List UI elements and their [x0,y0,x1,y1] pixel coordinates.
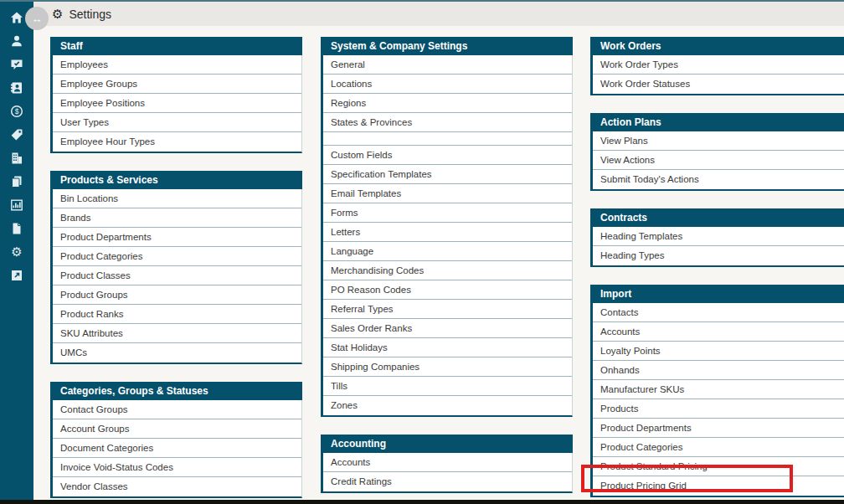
settings-link-accounts[interactable]: Accounts [323,453,572,472]
files-icon[interactable] [9,221,24,236]
settings-link-submit-today-s-actions[interactable]: Submit Today's Actions [593,170,844,189]
sidebar-nav: $⚙ [0,0,33,504]
settings-link-locations[interactable]: Locations [323,75,572,94]
settings-link-product-categories[interactable]: Product Categories [53,247,301,266]
settings-link-po-reason-codes[interactable]: PO Reason Codes [323,280,572,300]
messages-icon[interactable] [9,57,24,72]
launch-icon[interactable] [9,268,24,283]
settings-link-regions[interactable]: Regions [323,94,572,113]
contacts-icon[interactable] [9,80,24,95]
section-products-services: Products & ServicesBin LocationsBrandsPr… [50,171,302,364]
settings-link-work-order-types[interactable]: Work Order Types [593,55,844,75]
reports-icon[interactable] [9,198,24,213]
settings-link-specification-templates[interactable]: Specification Templates [323,165,572,184]
settings-content: StaffEmployeesEmployee GroupsEmployee Po… [33,26,844,504]
section-header: Categories, Groups & Statuses [53,382,302,400]
home-icon[interactable] [9,10,24,25]
gear-icon: ⚙ [52,8,63,20]
tags-icon[interactable] [9,127,24,142]
section-categories-groups-statuses: Categories, Groups & StatusesContact Gro… [50,382,302,498]
left-right-arrows-icon: ↔ [32,13,43,25]
section-accounting: AccountingAccountsCredit Ratings [321,435,573,493]
settings-link-loyalty-points[interactable]: Loyalty Points [593,342,844,361]
settings-link-employee-groups[interactable]: Employee Groups [53,75,301,94]
settings-link-product-classes[interactable]: Product Classes [53,266,301,285]
section-staff: StaffEmployeesEmployee GroupsEmployee Po… [50,37,302,153]
settings-link-heading-templates[interactable]: Heading Templates [593,227,844,246]
settings-link-products[interactable]: Products [593,399,844,419]
settings-link-vendor-classes[interactable]: Vendor Classes [53,477,301,496]
settings-link-product-categories[interactable]: Product Categories [593,438,844,457]
settings-link-language[interactable]: Language [323,242,572,261]
settings-link-view-actions[interactable]: View Actions [593,151,844,170]
billing-icon[interactable]: $ [9,104,24,119]
section-header: Work Orders [593,37,844,55]
column-2: System & Company SettingsGeneralLocation… [321,37,573,504]
settings-link-view-plans[interactable]: View Plans [593,131,844,151]
section-work-orders: Work OrdersWork Order TypesWork Order St… [590,37,844,95]
company-icon[interactable] [9,151,24,166]
settings-link-zones[interactable]: Zones [323,396,572,415]
documents-icon[interactable] [9,174,24,189]
settings-link-product-standard-pricing[interactable]: Product Standard Pricing [593,457,844,476]
column-1: StaffEmployeesEmployee GroupsEmployee Po… [50,37,302,504]
section-header: Import [593,285,844,303]
svg-text:$: $ [15,107,19,116]
section-contracts: ContractsHeading TemplatesHeading Types [590,208,844,267]
settings-link-employee-positions[interactable]: Employee Positions [53,94,301,113]
section-header: System & Company Settings [323,37,573,55]
section-header: Products & Services [53,171,302,189]
settings-link-bin-locations[interactable]: Bin Locations [53,189,301,208]
sidebar-toggle-button[interactable]: ↔ [25,7,49,30]
section-system-company-settings: System & Company SettingsGeneralLocation… [321,37,573,417]
settings-link-email-templates[interactable]: Email Templates [323,184,572,203]
settings-link-work-order-statuses[interactable]: Work Order Statuses [593,75,844,94]
column-3: Work OrdersWork Order TypesWork Order St… [590,37,844,504]
settings-link-shipping-companies[interactable]: Shipping Companies [323,357,572,377]
settings-link-contact-groups[interactable]: Contact Groups [53,400,301,419]
settings-link-account-groups[interactable]: Account Groups [53,419,301,439]
settings-link-accounts[interactable]: Accounts [593,322,844,342]
settings-link-umcs[interactable]: UMCs [53,343,301,363]
settings-link-product-departments[interactable]: Product Departments [53,228,301,247]
settings-link-custom-fields[interactable]: Custom Fields [323,146,572,165]
settings-link-letters[interactable]: Letters [323,223,572,242]
settings-link-contacts[interactable]: Contacts [593,303,844,322]
top-accent-line [0,0,844,2]
settings-link-sku-attributes[interactable]: SKU Attributes [53,324,301,343]
customers-icon[interactable] [9,33,24,49]
settings-link-merchandising-codes[interactable]: Merchandising Codes [323,261,572,280]
section-header: Action Plans [593,113,844,131]
settings-link-manufacturer-skus[interactable]: Manufacturer SKUs [593,380,844,399]
empty-row [323,132,572,146]
settings-link-credit-ratings[interactable]: Credit Ratings [323,472,572,491]
section-header: Accounting [323,435,573,453]
settings-link-heading-types[interactable]: Heading Types [593,246,844,265]
settings-link-states-provinces[interactable]: States & Provinces [323,113,572,132]
settings-link-employee-hour-types[interactable]: Employee Hour Types [53,132,301,152]
settings-link-tills[interactable]: Tills [323,377,572,396]
settings-link-general[interactable]: General [323,55,572,75]
section-action-plans: Action PlansView PlansView ActionsSubmit… [590,113,844,191]
bottom-edge-strip [0,500,844,504]
settings-link-referral-types[interactable]: Referral Types [323,300,572,319]
settings-icon[interactable]: ⚙ [9,244,24,260]
settings-link-employees[interactable]: Employees [53,55,301,75]
section-import: ImportContactsAccountsLoyalty PointsOnha… [590,285,844,497]
settings-link-brands[interactable]: Brands [53,208,301,228]
section-header: Contracts [593,208,844,227]
section-header: Staff [53,37,302,55]
settings-link-product-pricing-grid[interactable]: Product Pricing Grid [593,476,844,496]
app-header: ⚙ Settings [33,2,844,26]
settings-link-user-types[interactable]: User Types [53,113,301,132]
settings-link-invoice-void-status-codes[interactable]: Invoice Void-Status Codes [53,458,301,477]
settings-link-product-departments[interactable]: Product Departments [593,419,844,438]
settings-link-stat-holidays[interactable]: Stat Holidays [323,338,572,357]
settings-link-product-groups[interactable]: Product Groups [53,285,301,305]
settings-link-product-ranks[interactable]: Product Ranks [53,305,301,324]
svg-text:⚙: ⚙ [11,244,22,259]
settings-link-forms[interactable]: Forms [323,203,572,223]
settings-link-sales-order-ranks[interactable]: Sales Order Ranks [323,319,572,338]
settings-link-onhands[interactable]: Onhands [593,361,844,380]
settings-link-document-categories[interactable]: Document Categories [53,439,301,458]
